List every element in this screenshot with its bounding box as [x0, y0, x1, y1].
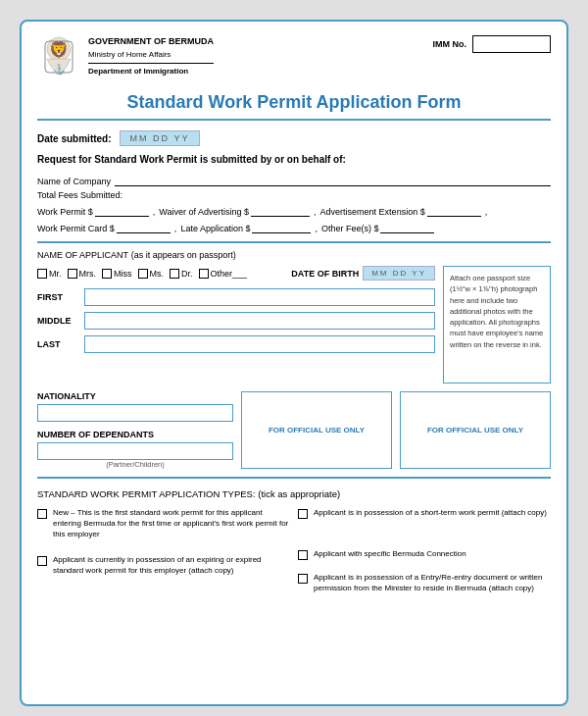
date-label: Date submitted: — [37, 133, 112, 144]
last-label: LAST — [37, 339, 78, 349]
wa-label: Waiver of Advertising $ — [159, 207, 249, 217]
imm-label: IMM No. — [433, 39, 467, 49]
dob-label: DATE OF BIRTH — [291, 269, 359, 279]
imm-no-field: IMM No. — [433, 35, 552, 53]
permit-short-term-checkbox[interactable] — [298, 509, 308, 519]
permit-expiring-checkbox[interactable] — [37, 556, 47, 566]
last-input[interactable] — [84, 335, 435, 353]
fee-of: Other Fee(s) $ — [321, 220, 435, 233]
form-title: Standard Work Permit Application Form — [37, 92, 551, 121]
applicant-section: Mr. Mrs. Miss Ms. Dr. — [37, 266, 551, 384]
ae-label: Advertisement Extension $ — [320, 207, 425, 217]
official-use-label-2: FOR OFFICIAL USE ONLY — [427, 426, 523, 435]
applicant-title-main: NAME OF APPLICANT — [37, 250, 128, 260]
permit-title-main: STANDARD WORK PERMIT APPLICATION TYPES: — [37, 488, 256, 499]
fee-ae: Advertisement Extension $ — [320, 203, 481, 217]
ms-checkbox[interactable] — [138, 269, 148, 279]
mrs-checkbox[interactable] — [68, 269, 77, 279]
svg-text:⚓: ⚓ — [53, 63, 66, 76]
date-row: Date submitted: MM DD YY — [37, 130, 551, 146]
company-input[interactable] — [115, 173, 551, 186]
date-input[interactable]: MM DD YY — [120, 130, 201, 146]
mr-label: Mr. — [49, 269, 62, 279]
permit-entry: Applicant is in possession of a Entry/Re… — [298, 572, 551, 593]
comma5: , — [315, 224, 318, 233]
permit-short-term: Applicant is in possession of a short-te… — [298, 507, 551, 540]
applicant-title-sub: (as it appears on passport) — [131, 250, 236, 260]
permit-entry-text: Applicant is in possession of a Entry/Re… — [314, 572, 551, 593]
mr-checkbox[interactable] — [37, 269, 47, 279]
cb-other[interactable]: Other___ — [199, 269, 248, 279]
salutation-row: Mr. Mrs. Miss Ms. Dr. — [37, 266, 435, 281]
fees-section: Total Fees Submitted: Work Permit $ , Wa… — [37, 190, 551, 233]
gov-text: GOVERNMENT OF BERMUDA Ministry of Home A… — [88, 35, 214, 77]
last-row: LAST — [37, 335, 435, 353]
nat-dep-section: NATIONALITY NUMBER OF DEPENDANTS (Partne… — [37, 391, 551, 469]
official-use-label-1: FOR OFFICIAL USE ONLY — [269, 426, 365, 435]
imm-input[interactable] — [472, 35, 551, 53]
nat-label: NATIONALITY — [37, 391, 233, 401]
first-input[interactable] — [84, 288, 435, 306]
cb-miss[interactable]: Miss — [102, 269, 132, 279]
permit-short-term-text: Applicant is in possession of a short-te… — [314, 507, 547, 518]
header-left: 🛡 🦁 ⚓ GOVERNMENT OF BERMUDA Ministry of … — [37, 35, 214, 86]
permit-types-section: STANDARD WORK PERMIT APPLICATION TYPES: … — [37, 488, 551, 593]
permit-new-checkbox[interactable] — [37, 509, 47, 519]
other-checkbox[interactable] — [199, 269, 209, 279]
la-label: Late Application $ — [180, 224, 250, 233]
wa-input[interactable] — [251, 203, 310, 217]
company-label: Name of Company — [37, 177, 111, 186]
wp-input[interactable] — [95, 203, 149, 217]
dr-checkbox[interactable] — [170, 269, 179, 279]
ae-input[interactable] — [427, 203, 481, 217]
fee-wpc: Work Permit Card $ — [37, 220, 171, 233]
cb-mrs[interactable]: Mrs. — [68, 269, 97, 279]
permit-expiring-text: Applicant is currently in possession of … — [53, 554, 290, 576]
applicant-section-title: NAME OF APPLICANT (as it appears on pass… — [37, 249, 551, 260]
company-row: Name of Company — [37, 173, 551, 186]
official-use-box-1: FOR OFFICIAL USE ONLY — [241, 391, 392, 469]
fees-line1: Work Permit $ , Waiver of Advertising $ … — [37, 203, 551, 217]
request-text: Request for Standard Work Permit is subm… — [37, 154, 551, 165]
permit-bermuda-checkbox[interactable] — [298, 550, 308, 560]
fees-total-label: Total Fees Submitted: — [37, 190, 551, 200]
wpc-label: Work Permit Card $ — [37, 224, 115, 233]
middle-input[interactable] — [84, 312, 435, 330]
photo-box: Attach one passport size (1½"w × 1⅞"h) p… — [443, 266, 551, 384]
permit-new-text: New – This is the first standard work pe… — [53, 507, 290, 540]
other-label: Other___ — [211, 269, 248, 279]
fees-line2: Work Permit Card $ , Late Application $ … — [37, 220, 551, 233]
wp-label: Work Permit $ — [37, 207, 93, 217]
permit-expiring: Applicant is currently in possession of … — [37, 554, 290, 593]
miss-checkbox[interactable] — [102, 269, 112, 279]
nat-dep-left: NATIONALITY NUMBER OF DEPENDANTS (Partne… — [37, 391, 233, 469]
dep-sub: (Partner/Children) — [37, 460, 233, 469]
permit-entry-checkbox[interactable] — [298, 574, 308, 584]
coat-of-arms-icon: 🛡 🦁 ⚓ — [37, 35, 80, 86]
comma1: , — [153, 207, 156, 217]
la-input[interactable] — [252, 220, 311, 233]
dob-group: DATE OF BIRTH MM DD YY — [291, 266, 435, 281]
dependants-input[interactable] — [37, 442, 233, 460]
fee-wp: Work Permit $ — [37, 203, 149, 217]
of-label: Other Fee(s) $ — [321, 224, 379, 233]
permit-grid: New – This is the first standard work pe… — [37, 507, 551, 593]
cb-dr[interactable]: Dr. — [170, 269, 193, 279]
first-row: FIRST — [37, 288, 435, 306]
cb-mr[interactable]: Mr. — [37, 269, 62, 279]
comma4: , — [174, 224, 177, 233]
divider1 — [37, 241, 551, 243]
fee-wa: Waiver of Advertising $ — [159, 203, 310, 217]
comma2: , — [314, 207, 317, 217]
dob-input[interactable]: MM DD YY — [363, 266, 435, 281]
wpc-input[interactable] — [117, 220, 171, 233]
cb-ms[interactable]: Ms. — [138, 269, 165, 279]
permit-right-col: Applicant with specific Bermuda Connecti… — [298, 548, 551, 593]
permit-bermuda-text: Applicant with specific Bermuda Connecti… — [314, 548, 466, 559]
form-page: 🛡 🦁 ⚓ GOVERNMENT OF BERMUDA Ministry of … — [20, 20, 568, 706]
of-input[interactable] — [380, 220, 434, 233]
nat-dep-right: FOR OFFICIAL USE ONLY FOR OFFICIAL USE O… — [241, 391, 551, 469]
nationality-input[interactable] — [37, 404, 233, 422]
dept-name: Department of Immigration — [88, 66, 214, 77]
applicant-left: Mr. Mrs. Miss Ms. Dr. — [37, 266, 435, 384]
